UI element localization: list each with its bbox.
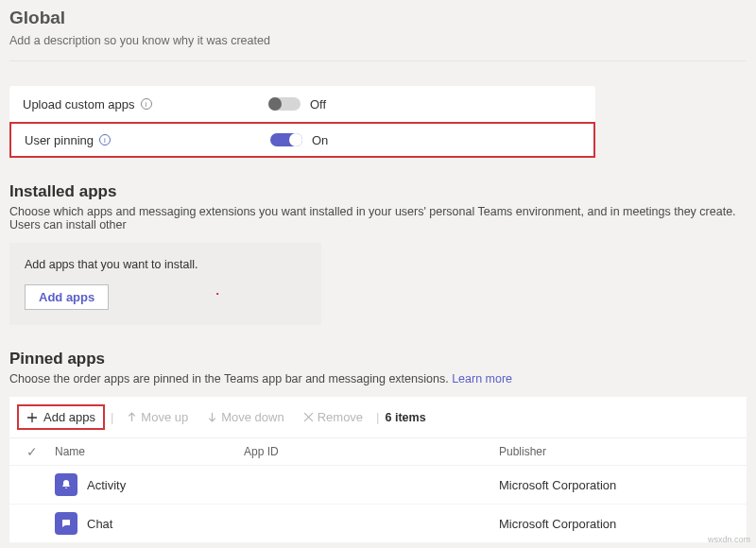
user-pinning-row: User pinning i On: [9, 122, 595, 158]
chat-icon: [55, 512, 77, 535]
app-name: Chat: [87, 517, 112, 531]
add-apps-button[interactable]: Add apps: [17, 404, 105, 430]
upload-custom-apps-row: Upload custom apps i Off: [9, 86, 595, 122]
table-row[interactable]: Chat Microsoft Corporation: [9, 505, 747, 543]
learn-more-link[interactable]: Learn more: [452, 372, 512, 385]
move-down-button[interactable]: Move down: [199, 406, 291, 428]
pinned-toolbar: Add apps | Move up Move down Remove | 6 …: [9, 397, 747, 438]
settings-panel: Upload custom apps i Off User pinning i …: [9, 86, 595, 158]
add-apps-button[interactable]: Add apps: [25, 284, 109, 310]
app-publisher: Microsoft Corporation: [499, 517, 739, 531]
install-box: Add apps that you want to install. Add a…: [9, 243, 321, 325]
decorative-dot: •: [216, 289, 219, 298]
pinning-toggle[interactable]: [270, 133, 302, 146]
checkmark-icon[interactable]: ✓: [26, 444, 38, 459]
divider: [9, 60, 747, 61]
col-appid[interactable]: App ID: [244, 445, 499, 458]
app-publisher: Microsoft Corporation: [499, 478, 739, 492]
table-header: ✓ Name App ID Publisher: [9, 438, 747, 466]
watermark: wsxdn.com: [708, 535, 750, 544]
info-icon[interactable]: i: [99, 134, 111, 146]
plus-icon: [26, 412, 38, 423]
page-description: Add a description so you know why it was…: [9, 34, 747, 47]
info-icon[interactable]: i: [141, 98, 152, 110]
col-publisher[interactable]: Publisher: [499, 445, 739, 458]
move-up-button[interactable]: Move up: [119, 406, 196, 428]
col-name[interactable]: Name: [55, 445, 244, 458]
table-row[interactable]: Activity Microsoft Corporation: [9, 466, 747, 505]
arrow-up-icon: [127, 412, 137, 422]
arrow-down-icon: [207, 412, 217, 422]
pinned-apps-title: Pinned apps: [9, 350, 747, 368]
installed-apps-title: Installed apps: [9, 182, 747, 201]
upload-toggle[interactable]: [268, 97, 301, 111]
pinning-state: On: [312, 133, 328, 147]
item-count: 6 items: [386, 411, 426, 424]
pinning-label: User pinning: [25, 133, 94, 147]
pinned-panel: Add apps | Move up Move down Remove | 6 …: [9, 397, 747, 543]
remove-button[interactable]: Remove: [296, 406, 370, 428]
installed-apps-desc: Choose which apps and messaging extensio…: [9, 205, 747, 231]
install-box-text: Add apps that you want to install.: [25, 258, 306, 271]
upload-label: Upload custom apps: [23, 97, 135, 111]
bell-icon: [55, 473, 77, 496]
close-icon: [303, 412, 314, 422]
pinned-apps-desc: Choose the order apps are pinned in the …: [9, 372, 747, 385]
page-title: Global: [9, 8, 747, 28]
app-name: Activity: [87, 478, 126, 492]
upload-state: Off: [310, 97, 326, 111]
